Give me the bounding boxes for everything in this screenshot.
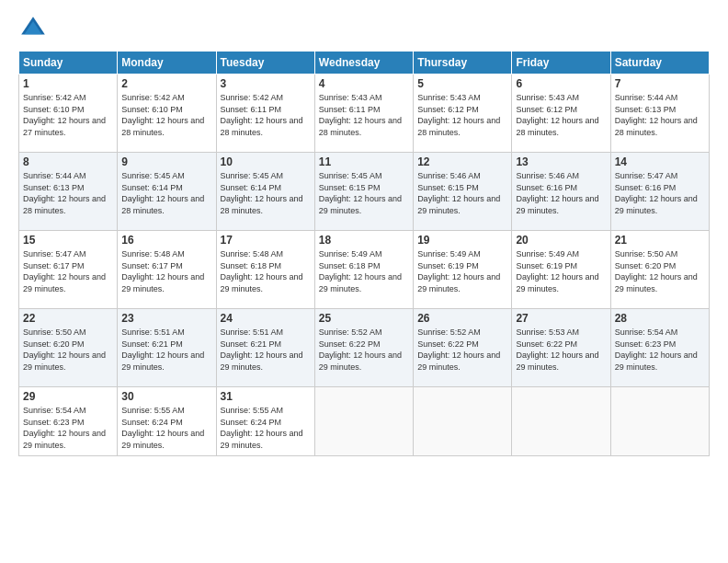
calendar-cell: 15 Sunrise: 5:47 AMSunset: 6:17 PMDaylig… <box>19 231 118 309</box>
day-info: Sunrise: 5:54 AMSunset: 6:23 PMDaylight:… <box>615 327 698 372</box>
day-info: Sunrise: 5:43 AMSunset: 6:11 PMDaylight:… <box>319 93 402 137</box>
day-info: Sunrise: 5:42 AMSunset: 6:11 PMDaylight:… <box>221 93 303 137</box>
day-number: 16 <box>121 234 211 247</box>
weekday-header-thursday: Thursday <box>414 52 512 75</box>
calendar-cell: 11 Sunrise: 5:45 AMSunset: 6:15 PMDaylig… <box>314 153 413 231</box>
day-number: 5 <box>417 77 507 90</box>
day-info: Sunrise: 5:46 AMSunset: 6:16 PMDaylight:… <box>516 171 598 215</box>
day-info: Sunrise: 5:55 AMSunset: 6:24 PMDaylight:… <box>121 406 204 450</box>
calendar-cell <box>414 387 512 456</box>
calendar-cell: 4 Sunrise: 5:43 AMSunset: 6:11 PMDayligh… <box>314 75 413 153</box>
calendar-cell: 10 Sunrise: 5:45 AMSunset: 6:14 PMDaylig… <box>216 153 314 231</box>
day-number: 7 <box>615 77 705 90</box>
day-info: Sunrise: 5:48 AMSunset: 6:17 PMDaylight:… <box>121 249 204 293</box>
day-number: 12 <box>417 155 507 168</box>
weekday-header-sunday: Sunday <box>19 52 118 75</box>
day-number: 15 <box>23 234 113 247</box>
day-number: 2 <box>121 77 211 90</box>
day-info: Sunrise: 5:42 AMSunset: 6:10 PMDaylight:… <box>121 93 204 137</box>
calendar-cell: 3 Sunrise: 5:42 AMSunset: 6:11 PMDayligh… <box>216 75 314 153</box>
day-number: 19 <box>417 234 507 247</box>
day-info: Sunrise: 5:50 AMSunset: 6:20 PMDaylight:… <box>615 249 698 293</box>
calendar-cell: 18 Sunrise: 5:49 AMSunset: 6:18 PMDaylig… <box>314 231 413 309</box>
day-number: 4 <box>319 77 409 90</box>
calendar-cell: 7 Sunrise: 5:44 AMSunset: 6:13 PMDayligh… <box>610 75 709 153</box>
day-info: Sunrise: 5:50 AMSunset: 6:20 PMDaylight:… <box>23 327 106 372</box>
calendar-cell: 30 Sunrise: 5:55 AMSunset: 6:24 PMDaylig… <box>118 387 216 456</box>
day-number: 28 <box>615 312 705 325</box>
calendar-cell: 19 Sunrise: 5:49 AMSunset: 6:19 PMDaylig… <box>414 231 512 309</box>
weekday-header-friday: Friday <box>512 52 610 75</box>
calendar-cell: 25 Sunrise: 5:52 AMSunset: 6:22 PMDaylig… <box>314 309 413 387</box>
day-number: 27 <box>516 312 606 325</box>
day-info: Sunrise: 5:53 AMSunset: 6:22 PMDaylight:… <box>516 327 598 372</box>
day-number: 23 <box>121 312 211 325</box>
weekday-header-monday: Monday <box>118 52 216 75</box>
calendar-cell: 12 Sunrise: 5:46 AMSunset: 6:15 PMDaylig… <box>414 153 512 231</box>
day-info: Sunrise: 5:55 AMSunset: 6:24 PMDaylight:… <box>221 406 303 450</box>
page: SundayMondayTuesdayWednesdayThursdayFrid… <box>0 0 728 563</box>
weekday-header-tuesday: Tuesday <box>216 52 314 75</box>
calendar-cell: 22 Sunrise: 5:50 AMSunset: 6:20 PMDaylig… <box>19 309 118 387</box>
day-info: Sunrise: 5:43 AMSunset: 6:12 PMDaylight:… <box>516 93 598 137</box>
day-number: 31 <box>221 390 311 403</box>
calendar-cell: 2 Sunrise: 5:42 AMSunset: 6:10 PMDayligh… <box>118 75 216 153</box>
calendar-cell: 20 Sunrise: 5:49 AMSunset: 6:19 PMDaylig… <box>512 231 610 309</box>
day-number: 30 <box>121 390 211 403</box>
day-info: Sunrise: 5:52 AMSunset: 6:22 PMDaylight:… <box>417 327 500 372</box>
calendar-cell <box>610 387 709 456</box>
day-number: 26 <box>417 312 507 325</box>
day-number: 17 <box>221 234 311 247</box>
calendar-cell: 16 Sunrise: 5:48 AMSunset: 6:17 PMDaylig… <box>118 231 216 309</box>
day-info: Sunrise: 5:42 AMSunset: 6:10 PMDaylight:… <box>23 93 106 137</box>
calendar-cell: 21 Sunrise: 5:50 AMSunset: 6:20 PMDaylig… <box>610 231 709 309</box>
day-number: 11 <box>319 155 409 168</box>
day-info: Sunrise: 5:48 AMSunset: 6:18 PMDaylight:… <box>221 249 303 293</box>
calendar-cell: 13 Sunrise: 5:46 AMSunset: 6:16 PMDaylig… <box>512 153 610 231</box>
calendar-cell: 14 Sunrise: 5:47 AMSunset: 6:16 PMDaylig… <box>610 153 709 231</box>
day-number: 13 <box>516 155 606 168</box>
calendar-cell: 6 Sunrise: 5:43 AMSunset: 6:12 PMDayligh… <box>512 75 610 153</box>
day-info: Sunrise: 5:51 AMSunset: 6:21 PMDaylight:… <box>221 327 303 372</box>
day-info: Sunrise: 5:43 AMSunset: 6:12 PMDaylight:… <box>417 93 500 137</box>
calendar-cell: 5 Sunrise: 5:43 AMSunset: 6:12 PMDayligh… <box>414 75 512 153</box>
day-info: Sunrise: 5:49 AMSunset: 6:18 PMDaylight:… <box>319 249 402 293</box>
calendar-cell: 24 Sunrise: 5:51 AMSunset: 6:21 PMDaylig… <box>216 309 314 387</box>
day-info: Sunrise: 5:52 AMSunset: 6:22 PMDaylight:… <box>319 327 402 372</box>
day-info: Sunrise: 5:47 AMSunset: 6:16 PMDaylight:… <box>615 171 698 215</box>
day-info: Sunrise: 5:45 AMSunset: 6:14 PMDaylight:… <box>121 171 204 215</box>
day-number: 10 <box>221 155 311 168</box>
day-info: Sunrise: 5:54 AMSunset: 6:23 PMDaylight:… <box>23 406 106 450</box>
day-info: Sunrise: 5:47 AMSunset: 6:17 PMDaylight:… <box>23 249 106 293</box>
calendar-cell: 27 Sunrise: 5:53 AMSunset: 6:22 PMDaylig… <box>512 309 610 387</box>
day-info: Sunrise: 5:46 AMSunset: 6:15 PMDaylight:… <box>417 171 500 215</box>
calendar-cell: 17 Sunrise: 5:48 AMSunset: 6:18 PMDaylig… <box>216 231 314 309</box>
day-number: 25 <box>319 312 409 325</box>
day-number: 1 <box>23 77 113 90</box>
day-info: Sunrise: 5:44 AMSunset: 6:13 PMDaylight:… <box>23 171 106 215</box>
day-info: Sunrise: 5:44 AMSunset: 6:13 PMDaylight:… <box>615 93 698 137</box>
calendar-cell: 8 Sunrise: 5:44 AMSunset: 6:13 PMDayligh… <box>19 153 118 231</box>
logo <box>18 14 51 43</box>
day-number: 21 <box>615 234 705 247</box>
weekday-header-saturday: Saturday <box>610 52 709 75</box>
day-info: Sunrise: 5:51 AMSunset: 6:21 PMDaylight:… <box>121 327 204 372</box>
day-number: 18 <box>319 234 409 247</box>
day-number: 22 <box>23 312 113 325</box>
calendar-cell: 1 Sunrise: 5:42 AMSunset: 6:10 PMDayligh… <box>19 75 118 153</box>
calendar-cell: 23 Sunrise: 5:51 AMSunset: 6:21 PMDaylig… <box>118 309 216 387</box>
day-number: 9 <box>121 155 211 168</box>
day-number: 20 <box>516 234 606 247</box>
calendar-cell: 28 Sunrise: 5:54 AMSunset: 6:23 PMDaylig… <box>610 309 709 387</box>
day-number: 24 <box>221 312 311 325</box>
calendar-cell: 29 Sunrise: 5:54 AMSunset: 6:23 PMDaylig… <box>19 387 118 456</box>
day-number: 14 <box>615 155 705 168</box>
day-info: Sunrise: 5:45 AMSunset: 6:14 PMDaylight:… <box>221 171 303 215</box>
calendar-cell: 26 Sunrise: 5:52 AMSunset: 6:22 PMDaylig… <box>414 309 512 387</box>
day-info: Sunrise: 5:49 AMSunset: 6:19 PMDaylight:… <box>417 249 500 293</box>
header <box>18 14 710 43</box>
calendar: SundayMondayTuesdayWednesdayThursdayFrid… <box>18 51 710 456</box>
day-info: Sunrise: 5:49 AMSunset: 6:19 PMDaylight:… <box>516 249 598 293</box>
calendar-cell <box>314 387 413 456</box>
day-number: 29 <box>23 390 113 403</box>
